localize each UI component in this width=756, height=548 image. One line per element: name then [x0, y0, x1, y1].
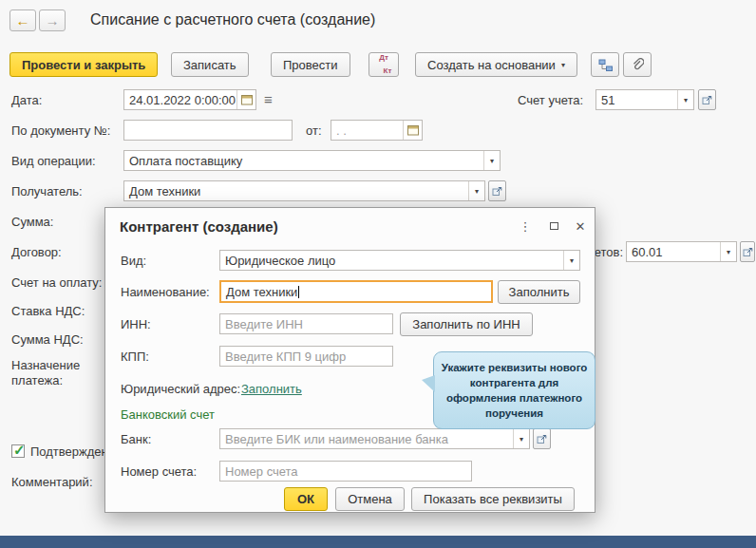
account-field[interactable]: 51 ▾ [595, 89, 694, 110]
post-and-close-button[interactable]: Провести и закрыть [9, 52, 158, 77]
name-label: Наименование: [121, 285, 210, 299]
bank-field[interactable]: Введите БИК или наименование банка ▾ [219, 428, 530, 449]
checkmark-icon: ✓ [13, 442, 26, 459]
doc-number-label: По документу №: [11, 123, 110, 138]
confirmed-checkbox[interactable]: ✓ [11, 444, 25, 458]
create-based-on-button[interactable]: Создать на основании ▾ [415, 52, 577, 77]
kpp-placeholder: Введите КПП 9 цифр [220, 347, 392, 366]
doc-number-value [124, 121, 292, 140]
account-value: 51 [596, 90, 677, 109]
maximize-button[interactable] [542, 216, 565, 236]
chevron-down-icon[interactable]: ▾ [720, 242, 736, 261]
account-number-field[interactable]: Номер счета [219, 461, 472, 482]
bank-placeholder: Введите БИК или наименование банка [220, 429, 513, 448]
credit-icon: Кт [384, 67, 392, 75]
open-form-icon [492, 186, 502, 197]
from-label: от: [306, 123, 322, 138]
inn-label: ИНН: [121, 317, 151, 331]
forward-button[interactable]: → [39, 9, 66, 31]
application-window: ← → Списание с расчетного счета (создани… [0, 0, 756, 548]
bank-label: Банк: [121, 432, 151, 446]
more-menu-button[interactable]: ⋮ [514, 216, 537, 236]
debit-icon: Дт [379, 54, 388, 62]
date-label: Дата: [11, 93, 42, 107]
fill-by-inn-button[interactable]: Заполнить по ИНН [400, 312, 533, 336]
kpp-label: КПП: [121, 350, 149, 364]
chevron-down-icon[interactable]: ▾ [513, 429, 529, 448]
inn-field[interactable]: Введите ИНН [219, 313, 393, 334]
ok-button[interactable]: ОК [284, 487, 328, 511]
chevron-down-icon[interactable]: ▾ [677, 90, 693, 109]
kind-value: Юридическое лицо [220, 251, 563, 270]
date-field[interactable]: 24.01.2022 0:00:00 [123, 89, 256, 110]
create-based-on-label: Создать на основании [427, 58, 556, 72]
from-date-value: . . [331, 121, 403, 140]
fill-button[interactable]: Заполнить [498, 280, 580, 304]
close-icon: ✕ [576, 219, 586, 234]
recipient-label: Получатель: [11, 184, 83, 198]
list-icon[interactable]: ≡ [264, 91, 273, 107]
recipient-value: Дом техники [124, 181, 468, 200]
post-button[interactable]: Провести [271, 52, 350, 77]
settlement-open-button[interactable] [740, 241, 755, 262]
close-button[interactable]: ✕ [569, 216, 592, 236]
open-form-icon [702, 95, 712, 105]
settlement-field[interactable]: 60.01 ▾ [626, 241, 737, 262]
settlement-value: 60.01 [627, 242, 720, 261]
invoice-label: Счет на оплату: [11, 275, 102, 290]
debit-credit-button[interactable]: Дт Кт [369, 52, 399, 77]
structure-icon [598, 59, 613, 71]
show-all-details-button[interactable]: Показать все реквизиты [411, 487, 575, 511]
maximize-icon [550, 222, 558, 230]
comment-label: Комментарий: [11, 475, 93, 489]
bank-account-section-title: Банковский счет [121, 407, 215, 422]
amount-label: Сумма: [11, 215, 53, 229]
cancel-button[interactable]: Отмена [335, 487, 405, 511]
account-label: Счет учета: [518, 93, 583, 107]
forward-arrow-icon: → [46, 12, 60, 28]
operation-value: Оплата поставщику [124, 151, 483, 170]
kind-label: Вид: [121, 254, 146, 268]
back-button[interactable]: ← [9, 9, 36, 31]
kind-field[interactable]: Юридическое лицо ▾ [219, 250, 580, 271]
chevron-down-icon[interactable]: ▾ [563, 251, 579, 270]
kpp-field[interactable]: Введите КПП 9 цифр [219, 346, 393, 367]
name-field[interactable]: Дом техники [219, 280, 493, 303]
kebab-menu-icon: ⋮ [520, 219, 532, 234]
from-date-field[interactable]: . . [331, 120, 423, 141]
fill-address-link[interactable]: Заполнить [241, 382, 302, 396]
bubble-tail [422, 375, 435, 392]
contract-label: Договор: [11, 245, 62, 259]
hint-bubble: Укажите реквизиты нового контрагента для… [433, 351, 595, 429]
text-cursor [298, 286, 299, 298]
calendar-icon[interactable] [403, 121, 422, 140]
bank-open-button[interactable] [533, 428, 551, 449]
paperclip-icon [632, 58, 644, 72]
doc-number-field[interactable] [123, 120, 293, 141]
recipient-open-button[interactable] [488, 180, 506, 201]
vat-rate-label: Ставка НДС: [11, 304, 85, 318]
chevron-down-icon[interactable]: ▾ [468, 181, 484, 200]
operation-field[interactable]: Оплата поставщику ▾ [123, 150, 501, 171]
related-documents-button[interactable] [591, 52, 619, 77]
dialog-title: Контрагент (создание) [120, 218, 278, 235]
account-number-label: Номер счета: [121, 464, 197, 479]
chevron-down-icon[interactable]: ▾ [483, 151, 500, 170]
recipient-field[interactable]: Дом техники ▾ [123, 180, 485, 201]
hint-text: Укажите реквизиты нового контрагента для… [442, 362, 588, 419]
vat-amount-label: Сумма НДС: [11, 332, 84, 347]
taskbar [0, 536, 756, 548]
chevron-down-icon: ▾ [561, 61, 565, 69]
purpose-label: Назначение платежа: [11, 358, 93, 388]
back-arrow-icon: ← [16, 12, 30, 28]
attachment-button[interactable] [623, 52, 652, 77]
page-title: Списание с расчетного счета (создание) [90, 11, 375, 28]
write-button[interactable]: Записать [171, 52, 249, 77]
name-value: Дом техники [226, 285, 297, 299]
open-form-icon [743, 247, 753, 257]
inn-placeholder: Введите ИНН [220, 314, 392, 333]
calendar-icon[interactable] [236, 90, 255, 109]
account-open-button[interactable] [698, 89, 716, 110]
account-number-placeholder: Номер счета [220, 462, 471, 481]
operation-label: Вид операции: [11, 154, 96, 168]
